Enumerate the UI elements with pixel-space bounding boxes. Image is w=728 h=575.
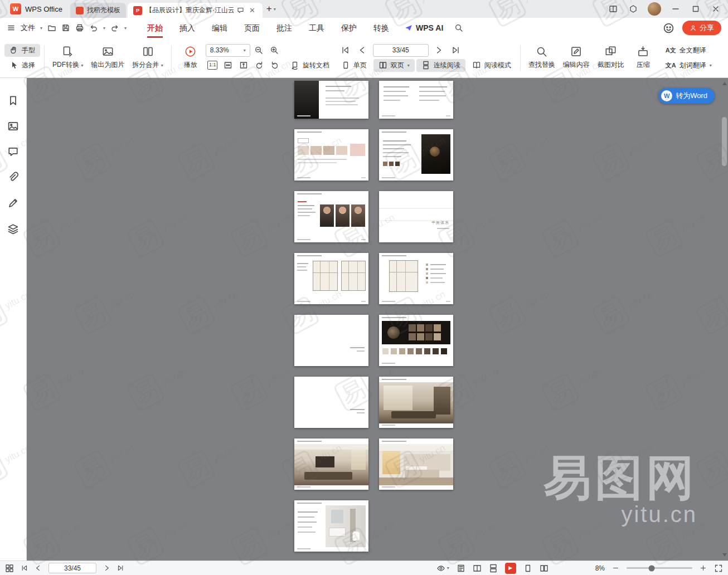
fit-width-button[interactable] [237, 59, 251, 72]
vertical-scrollbar[interactable] [721, 78, 728, 561]
tab-insert[interactable]: 插入 [171, 18, 203, 38]
prev-page-icon[interactable] [35, 564, 42, 572]
tab-wps-ai[interactable]: WPS AI [397, 23, 450, 32]
zoom-slider-thumb[interactable] [648, 565, 654, 571]
full-translate-button[interactable]: A文 全文翻译 [661, 44, 717, 57]
slideshow-play-button[interactable]: ▶ [505, 563, 516, 574]
redo-icon[interactable] [110, 23, 119, 32]
tab-tools[interactable]: 工具 [300, 18, 333, 38]
avatar[interactable] [648, 2, 661, 16]
tab-active-document[interactable]: P 【品辰设计】重庆金辉·江山云... ✕ [128, 3, 263, 18]
layout-single-icon[interactable] [457, 564, 465, 573]
thumbnail-grid-icon[interactable] [5, 564, 14, 573]
zoom-in-icon[interactable] [700, 564, 707, 572]
tab-convert[interactable]: 转换 [365, 18, 397, 38]
zoom-in-button[interactable] [268, 44, 282, 57]
convert-to-word-button[interactable]: W 转为Word [658, 88, 715, 104]
zoom-out-button[interactable] [252, 44, 266, 57]
scrollbar-thumb[interactable] [722, 117, 727, 166]
redo-caret-icon[interactable]: ▾ [124, 26, 127, 31]
tab-page[interactable]: 页面 [236, 18, 268, 38]
page-thumbnail-section-divider[interactable]: 平面体系 [379, 191, 453, 242]
split-merge-button[interactable]: 拆分合并 ▾ [128, 44, 167, 71]
next-page-icon[interactable] [103, 564, 110, 572]
layout-scroll-icon[interactable] [489, 564, 498, 573]
share-button[interactable]: 分享 [682, 21, 721, 35]
page-thumbnail[interactable] [379, 129, 453, 181]
reading-mode-button[interactable]: 阅读模式 [467, 59, 516, 72]
continuous-read-button[interactable]: 连续阅读 [416, 59, 465, 72]
first-page-icon[interactable] [21, 564, 28, 572]
open-folder-icon[interactable] [47, 23, 56, 32]
tab-annotate[interactable]: 批注 [268, 18, 300, 38]
layout-book-icon[interactable] [473, 564, 482, 573]
single-page-view-icon[interactable] [523, 564, 532, 573]
screenshot-compare-button[interactable]: 截图对比 [594, 44, 628, 71]
single-page-button[interactable]: 单页 [336, 59, 372, 72]
file-menu[interactable]: 文件 [21, 23, 35, 33]
next-page-button[interactable] [432, 44, 446, 57]
page-thumbnail[interactable] [379, 438, 453, 490]
layers-icon[interactable] [7, 223, 19, 235]
close-button[interactable] [706, 0, 726, 18]
select-tool-button[interactable]: 选择 [4, 59, 40, 72]
feedback-smiley-icon[interactable] [663, 22, 674, 34]
page-thumbnail[interactable] [294, 129, 368, 181]
minimize-button[interactable] [666, 0, 686, 18]
view-options-button[interactable]: ▾ [436, 564, 449, 573]
page-thumbnail[interactable] [294, 253, 368, 304]
prev-page-button[interactable] [356, 44, 370, 57]
maximize-button[interactable] [686, 0, 706, 18]
attachment-icon[interactable] [7, 172, 19, 183]
save-icon[interactable] [61, 23, 70, 32]
annotate-pen-icon[interactable] [7, 197, 19, 209]
image-panel-icon[interactable] [7, 120, 19, 132]
tab-close-icon[interactable]: ✕ [247, 6, 257, 14]
page-thumbnail[interactable] [294, 438, 368, 490]
premium-gem-icon[interactable] [623, 0, 643, 18]
tab-protect[interactable]: 保护 [333, 18, 365, 38]
statusbar-page-indicator[interactable]: 33/45 [48, 563, 96, 573]
play-button[interactable]: 播放 [176, 44, 206, 71]
document-canvas[interactable]: 易图网 yitu.cn [0, 78, 728, 561]
last-page-button[interactable] [449, 44, 463, 57]
last-page-icon[interactable] [117, 564, 124, 572]
tab-home[interactable]: 开始 [139, 18, 171, 38]
new-tab-button[interactable]: +▾ [263, 0, 280, 18]
fullscreen-icon[interactable] [714, 564, 723, 573]
double-page-button[interactable]: 双页▾ [373, 59, 415, 72]
undo-icon[interactable] [89, 23, 98, 32]
edit-content-button[interactable]: 编辑内容 [559, 44, 594, 71]
tab-edit[interactable]: 编辑 [203, 18, 236, 38]
scroll-up-arrow[interactable] [722, 82, 727, 85]
page-thumbnail-section-divider[interactable] [294, 377, 368, 428]
word-translate-button[interactable]: 文A 划词翻译▾ [661, 59, 717, 72]
find-replace-button[interactable]: 查找替换 [525, 44, 559, 71]
zoom-out-icon[interactable] [612, 564, 619, 572]
app-logo[interactable]: W WPS Office [2, 0, 70, 18]
comment-bubble-icon[interactable] [237, 7, 244, 14]
tab-docer-templates[interactable]: 找稻壳模板 [70, 3, 126, 18]
first-page-button[interactable] [338, 44, 352, 57]
print-icon[interactable] [75, 23, 84, 32]
pdf-convert-button[interactable]: PDF转换 ▾ [48, 44, 87, 71]
comment-panel-icon[interactable] [7, 146, 19, 158]
page-thumbnail[interactable] [379, 315, 453, 366]
search-icon[interactable] [454, 23, 463, 32]
export-image-button[interactable]: 输出为图片 [87, 44, 128, 71]
scroll-down-arrow[interactable] [722, 553, 727, 557]
actual-size-button[interactable]: 1:1 [206, 59, 220, 72]
split-view-icon[interactable] [603, 0, 623, 18]
zoom-select[interactable]: 8.33%▾ [206, 44, 250, 57]
page-thumbnail[interactable] [379, 377, 453, 428]
zoom-slider[interactable] [627, 567, 692, 569]
undo-caret-icon[interactable]: ▾ [103, 26, 105, 31]
page-indicator[interactable]: 33/45 [373, 44, 429, 57]
hamburger-icon[interactable] [7, 23, 16, 32]
page-thumbnail[interactable] [379, 253, 453, 304]
rotate-left-button[interactable] [253, 59, 266, 72]
fit-page-button[interactable] [221, 59, 235, 72]
rotate-right-button[interactable] [268, 59, 282, 72]
hand-tool-button[interactable]: 手型 [4, 44, 40, 57]
page-thumbnail[interactable] [379, 81, 453, 119]
